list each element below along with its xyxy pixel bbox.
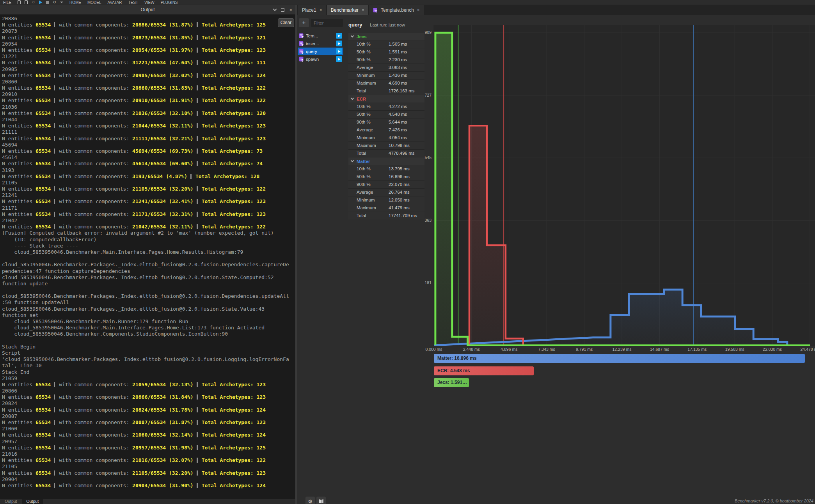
stat-value: 7.426 ms — [385, 126, 424, 134]
menu-model[interactable]: MODEL — [87, 0, 101, 5]
menu-view[interactable]: VIEW — [144, 0, 154, 5]
dropdown-caret-icon[interactable] — [60, 2, 63, 3]
stat-value: 3.063 ms — [385, 64, 424, 71]
stat-label: 50th % — [348, 111, 385, 118]
tab-output-2[interactable]: Output — [22, 499, 44, 504]
chevron-down-icon — [351, 34, 354, 37]
add-benchmark-button[interactable]: + — [299, 18, 309, 27]
docs-button[interactable] — [316, 497, 326, 504]
separator-bar — [190, 174, 192, 179]
tab-template-bench[interactable]: Template.bench× — [369, 5, 424, 15]
menu-plugins[interactable]: PLUGINS — [161, 0, 178, 5]
x-tick-label: 19.583 ms — [721, 347, 748, 352]
y-tick-label: 181 — [416, 280, 431, 285]
log-line: N entities 65534with common components: … — [2, 394, 295, 400]
run-benchmark-button[interactable] — [336, 41, 342, 46]
tab-output-1[interactable]: Output — [0, 499, 22, 504]
stop-button[interactable] — [46, 1, 49, 4]
menu-home[interactable]: HOME — [69, 0, 81, 5]
redo-icon[interactable]: ↺ — [53, 0, 56, 4]
close-tab-icon[interactable]: × — [362, 7, 364, 13]
close-tab-icon[interactable]: × — [320, 7, 322, 13]
close-panel-icon[interactable]: × — [289, 7, 292, 12]
benchmark-item-spawn[interactable]: spawn — [298, 55, 343, 63]
stats-section-header-ecr[interactable]: ECR — [348, 95, 424, 103]
separator-bar — [197, 98, 198, 103]
log-line: N entities 65534with common components: … — [2, 445, 295, 451]
play-button[interactable] — [39, 0, 42, 4]
run-benchmark-button[interactable] — [336, 48, 342, 54]
float-panel-icon[interactable] — [281, 8, 284, 12]
new-file-icon[interactable] — [18, 0, 21, 4]
stat-value: 4.272 ms — [385, 103, 424, 110]
filter-input[interactable] — [311, 19, 343, 27]
stats-section-header-matter[interactable]: Matter — [348, 157, 424, 165]
stat-value: 4.054 ms — [385, 134, 424, 141]
stat-value: 1.591 ms — [385, 48, 424, 56]
log-line: N entities 65534with common components: … — [2, 407, 295, 413]
separator-bar — [54, 85, 55, 90]
separator-bar — [54, 111, 55, 116]
stat-label: 90th % — [348, 56, 385, 64]
log-error-line: cloud_5853950046.Benchmarker.Main.Interf… — [2, 325, 295, 331]
clear-button[interactable]: Clear — [278, 18, 294, 27]
separator-bar — [54, 407, 55, 412]
legend-label: Matter: 16.896 ms — [434, 354, 477, 363]
stat-label: Average — [348, 189, 385, 196]
x-tick-label: 17.135 ms — [684, 347, 711, 352]
stats-section-name: Jecs — [357, 34, 367, 39]
x-tick-label: 12.239 ms — [608, 347, 636, 352]
y-tick-label: 727 — [416, 93, 431, 97]
log-line: 3193 — [2, 167, 295, 173]
separator-bar — [197, 432, 198, 437]
output-console[interactable]: 20886N entities 65534with common compone… — [0, 14, 295, 499]
tab-benchmarker[interactable]: Benchmarker× — [327, 5, 368, 15]
tab-place1[interactable]: Place1× — [298, 5, 326, 15]
legend-item-ecr: ECR: 4.548 ms — [434, 366, 534, 375]
separator-bar — [197, 22, 198, 27]
settings-button[interactable]: ⚙ — [305, 497, 315, 504]
log-line: 20887 — [2, 413, 295, 419]
log-error-line — [2, 287, 295, 293]
separator-bar — [54, 470, 55, 476]
menu-avatar[interactable]: AVATAR — [107, 0, 122, 5]
separator-bar — [54, 73, 55, 78]
legend-item-matter: Matter: 16.896 ms — [434, 354, 805, 363]
log-line: 21016 — [2, 451, 295, 457]
run-benchmark-button[interactable] — [336, 56, 342, 62]
menu-file[interactable]: FILE — [3, 0, 11, 5]
close-tab-icon[interactable]: × — [417, 7, 420, 13]
stat-value: 4.690 ms — [385, 80, 424, 87]
separator-bar — [54, 382, 55, 387]
log-line: 31221 — [2, 53, 295, 60]
stats-table: 10th %1.505 ms50th %1.591 ms90th %2.230 … — [348, 41, 424, 95]
stat-value: 12.050 ms — [385, 196, 424, 204]
benchmark-item-Tem[interactable]: Tem... — [298, 32, 343, 39]
benchmark-item-inser[interactable]: inser... — [298, 40, 343, 47]
separator-bar — [197, 483, 198, 488]
legend-label: Jecs: 1.591… — [434, 378, 467, 387]
separator-bar — [54, 161, 55, 166]
log-line: N entities 65534with common components: … — [2, 85, 295, 91]
stats-section-header-jecs[interactable]: Jecs — [348, 33, 424, 40]
separator-bar — [197, 458, 198, 463]
bench-script-icon — [299, 41, 304, 46]
menu-test[interactable]: TEST — [128, 0, 138, 5]
benchmark-item-query[interactable]: query — [298, 48, 343, 55]
log-line: N entities 65534with common components: … — [2, 470, 295, 476]
undo-icon[interactable]: ↺ — [32, 0, 35, 4]
log-line: N entities 65534with common components: … — [2, 47, 295, 53]
document-tab-bar: Place1×Benchmarker×Template.bench× — [297, 5, 815, 15]
log-line: 20873 — [2, 28, 295, 34]
chevron-down-icon[interactable] — [273, 7, 277, 11]
log-line: N entities 65534with common components: … — [2, 110, 295, 117]
benchmark-item-label: spawn — [306, 57, 334, 62]
log-line: N entities 65534with common components: … — [2, 35, 295, 41]
open-file-icon[interactable] — [25, 0, 28, 4]
log-error-line: :50 function updateAll — [2, 299, 295, 306]
separator-bar — [54, 136, 55, 141]
run-benchmark-button[interactable] — [336, 33, 342, 39]
log-error-line — [2, 338, 295, 344]
log-error-line: function update — [2, 281, 295, 287]
stat-label: 90th % — [348, 181, 385, 188]
